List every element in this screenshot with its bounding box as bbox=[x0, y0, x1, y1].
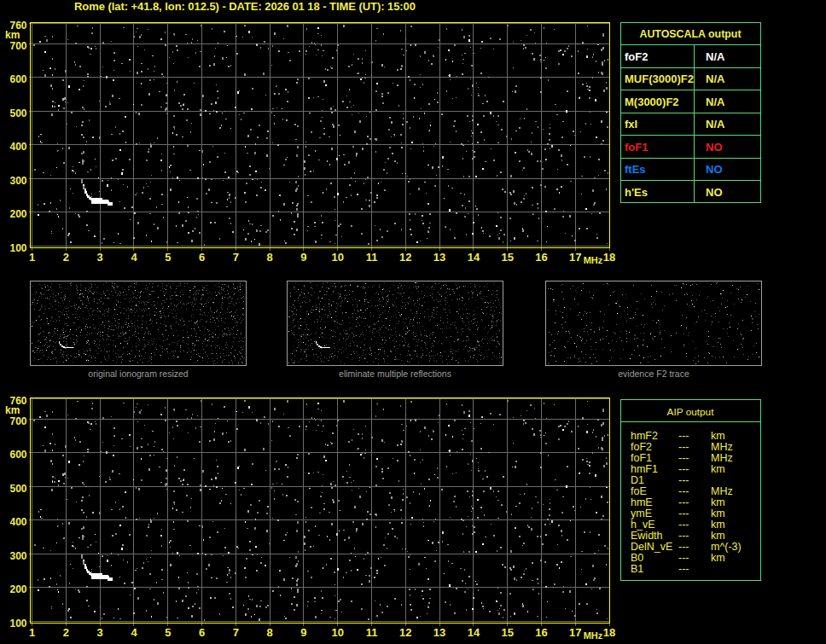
svg-text:---: --- bbox=[678, 530, 689, 542]
svg-text:MHz: MHz bbox=[711, 485, 733, 497]
svg-text:AUTOSCALA output: AUTOSCALA output bbox=[639, 28, 741, 40]
svg-text:---: --- bbox=[678, 563, 689, 575]
svg-text:MUF(3000)F2: MUF(3000)F2 bbox=[625, 73, 694, 85]
svg-text:km: km bbox=[711, 552, 725, 564]
svg-text:h_vE: h_vE bbox=[631, 519, 655, 531]
svg-text:D1: D1 bbox=[631, 474, 644, 486]
svg-text:km: km bbox=[711, 519, 725, 531]
svg-text:---: --- bbox=[678, 485, 689, 497]
svg-text:---: --- bbox=[678, 441, 689, 453]
svg-text:km: km bbox=[711, 530, 725, 542]
svg-text:evidence F2 trace: evidence F2 trace bbox=[618, 368, 689, 379]
svg-text:N/A: N/A bbox=[706, 50, 725, 63]
svg-text:Rome (lat: +41.8, lon: 012.5): Rome (lat: +41.8, lon: 012.5) - DATE: 20… bbox=[74, 0, 416, 13]
svg-text:NO: NO bbox=[706, 163, 723, 176]
svg-text:---: --- bbox=[678, 552, 689, 564]
svg-text:---: --- bbox=[678, 496, 689, 508]
svg-text:ymE: ymE bbox=[631, 508, 652, 519]
svg-text:N/A: N/A bbox=[706, 118, 725, 131]
svg-text:km: km bbox=[711, 508, 725, 519]
svg-text:foF1: foF1 bbox=[625, 141, 648, 154]
svg-text:---: --- bbox=[678, 463, 689, 475]
svg-text:hmE: hmE bbox=[631, 496, 653, 508]
svg-text:NO: NO bbox=[706, 186, 723, 199]
svg-text:---: --- bbox=[678, 519, 689, 531]
svg-text:fxI: fxI bbox=[625, 118, 637, 131]
svg-text:MHz: MHz bbox=[711, 441, 733, 453]
svg-text:N/A: N/A bbox=[706, 96, 725, 108]
svg-text:MHz: MHz bbox=[711, 452, 733, 464]
svg-text:Ewidth: Ewidth bbox=[631, 530, 663, 542]
svg-text:B1: B1 bbox=[631, 563, 643, 575]
svg-text:---: --- bbox=[678, 452, 689, 464]
svg-text:---: --- bbox=[678, 508, 689, 519]
svg-text:foE: foE bbox=[631, 485, 647, 497]
svg-text:km: km bbox=[711, 496, 725, 508]
svg-text:eliminate multiple reflections: eliminate multiple reflections bbox=[339, 368, 451, 379]
svg-text:foF2: foF2 bbox=[625, 50, 648, 63]
svg-text:km: km bbox=[711, 463, 725, 475]
svg-text:foF1: foF1 bbox=[631, 452, 652, 464]
svg-text:DelN_vE: DelN_vE bbox=[631, 541, 672, 553]
svg-text:N/A: N/A bbox=[706, 73, 725, 85]
svg-text:m^(-3): m^(-3) bbox=[711, 541, 742, 553]
svg-text:h'Es: h'Es bbox=[625, 186, 648, 199]
svg-text:---: --- bbox=[678, 474, 689, 486]
svg-text:M(3000)F2: M(3000)F2 bbox=[625, 96, 679, 108]
svg-text:hmF1: hmF1 bbox=[631, 463, 658, 475]
svg-text:---: --- bbox=[678, 430, 689, 442]
svg-text:---: --- bbox=[678, 541, 689, 553]
svg-text:hmF2: hmF2 bbox=[631, 430, 658, 442]
svg-text:foF2: foF2 bbox=[631, 441, 652, 453]
svg-text:B0: B0 bbox=[631, 552, 643, 564]
svg-text:NO: NO bbox=[706, 141, 723, 154]
svg-text:original ionogram resized: original ionogram resized bbox=[88, 368, 188, 379]
svg-text:km: km bbox=[711, 430, 725, 442]
svg-text:ftEs: ftEs bbox=[625, 163, 646, 176]
svg-text:AIP output: AIP output bbox=[667, 406, 715, 418]
